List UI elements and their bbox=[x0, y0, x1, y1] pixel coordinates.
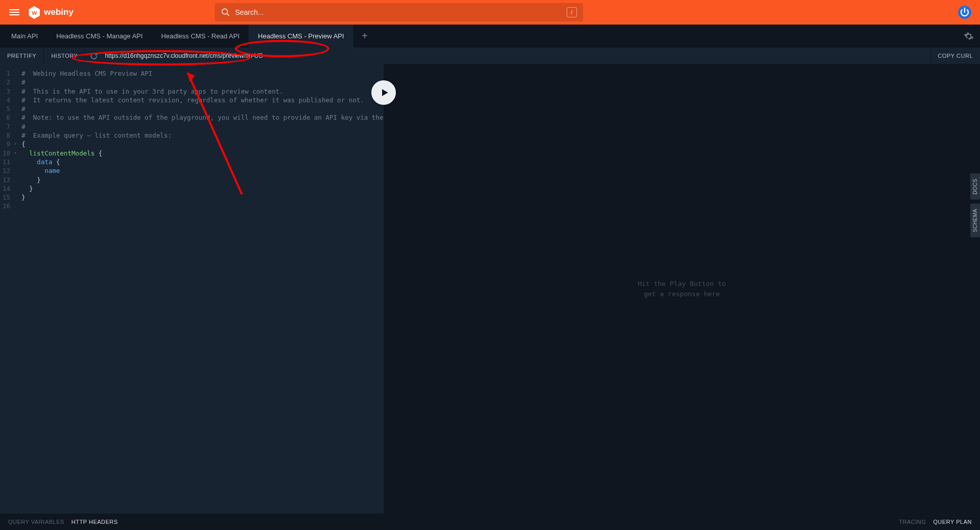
tab-label: Headless CMS - Read API bbox=[161, 32, 239, 40]
playground-toolbar: PRETTIFY HISTORY COPY CURL bbox=[0, 48, 980, 64]
code-content[interactable]: # Webiny Headless CMS Preview API # # Th… bbox=[18, 64, 384, 514]
schema-tab[interactable]: SCHEMA bbox=[970, 204, 980, 237]
svg-line-3 bbox=[227, 13, 229, 16]
tab-read-api[interactable]: Headless CMS - Read API bbox=[152, 25, 249, 48]
search-input[interactable] bbox=[235, 8, 562, 16]
menu-icon[interactable] bbox=[8, 6, 20, 18]
tab-label: Headless CMS - Preview API bbox=[258, 32, 344, 40]
play-icon bbox=[380, 87, 390, 98]
svg-text:w: w bbox=[31, 9, 37, 16]
search-shortcut-badge: / bbox=[567, 7, 577, 17]
playground-workspace: 12345678910111213141516 ▾ ▾ # Webiny Hea… bbox=[0, 64, 980, 514]
reload-icon bbox=[90, 52, 98, 60]
tracing-tab[interactable]: TRACING bbox=[899, 519, 926, 525]
gear-icon bbox=[964, 31, 974, 41]
query-variables-tab[interactable]: QUERY VARIABLES bbox=[8, 519, 64, 525]
svg-marker-5 bbox=[382, 89, 388, 96]
prettify-button[interactable]: PRETTIFY bbox=[0, 48, 44, 64]
endpoint-url[interactable] bbox=[102, 48, 930, 64]
tab-preview-api[interactable]: Headless CMS - Preview API bbox=[249, 25, 353, 48]
fold-gutter: ▾ ▾ bbox=[12, 64, 18, 514]
playground-tabs: Main API Headless CMS - Manage API Headl… bbox=[0, 25, 980, 48]
global-search[interactable]: / bbox=[215, 3, 583, 21]
webiny-logo-icon: w bbox=[29, 6, 40, 19]
brand-text: webiny bbox=[44, 7, 74, 17]
tab-label: Main API bbox=[11, 32, 38, 40]
svg-point-2 bbox=[222, 9, 228, 14]
top-bar: w webiny / bbox=[0, 0, 980, 25]
endpoint-url-input[interactable] bbox=[102, 52, 930, 59]
line-numbers: 12345678910111213141516 bbox=[0, 64, 12, 514]
search-icon bbox=[221, 8, 230, 17]
copy-curl-button[interactable]: COPY CURL bbox=[930, 48, 980, 64]
response-placeholder: Hit the Play Button to get a response he… bbox=[638, 279, 726, 299]
brand-logo[interactable]: w webiny bbox=[29, 6, 74, 19]
reload-button[interactable] bbox=[85, 48, 102, 64]
tab-main-api[interactable]: Main API bbox=[2, 25, 47, 48]
bottom-bar: QUERY VARIABLES HTTP HEADERS TRACING QUE… bbox=[0, 514, 980, 530]
side-panel-tabs: DOCS SCHEMA bbox=[970, 173, 980, 237]
http-headers-tab[interactable]: HTTP HEADERS bbox=[72, 519, 118, 525]
power-icon[interactable] bbox=[957, 5, 972, 19]
add-tab-button[interactable]: + bbox=[353, 25, 376, 48]
query-editor[interactable]: 12345678910111213141516 ▾ ▾ # Webiny Hea… bbox=[0, 64, 384, 514]
tab-label: Headless CMS - Manage API bbox=[56, 32, 143, 40]
run-query-button[interactable] bbox=[371, 80, 396, 105]
response-pane: Hit the Play Button to get a response he… bbox=[384, 64, 980, 514]
tab-manage-api[interactable]: Headless CMS - Manage API bbox=[47, 25, 152, 48]
settings-button[interactable] bbox=[957, 25, 980, 48]
query-plan-tab[interactable]: QUERY PLAN bbox=[933, 519, 972, 525]
docs-tab[interactable]: DOCS bbox=[970, 173, 980, 200]
history-button[interactable]: HISTORY bbox=[44, 48, 85, 64]
